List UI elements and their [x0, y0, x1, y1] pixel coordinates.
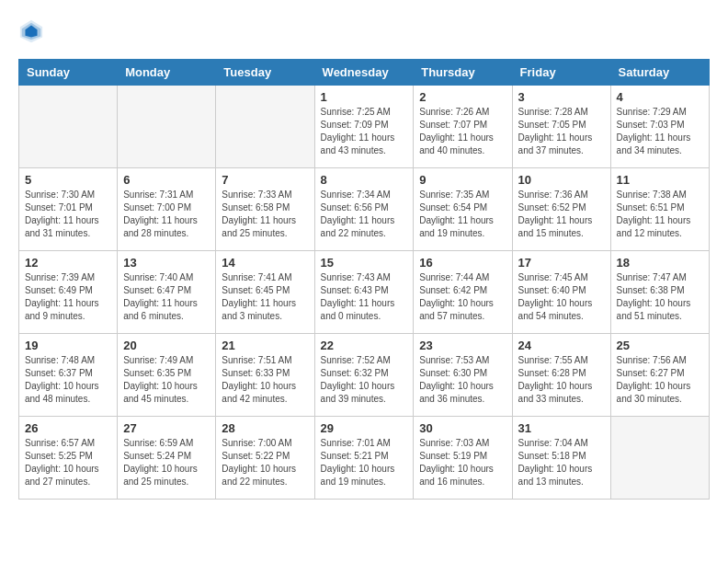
logo-icon	[18, 18, 44, 44]
col-header-tuesday: Tuesday	[216, 60, 314, 86]
calendar-header-row: SundayMondayTuesdayWednesdayThursdayFrid…	[19, 60, 710, 86]
day-number: 4	[617, 90, 703, 104]
day-info: Sunrise: 7:52 AM Sunset: 6:32 PM Dayligh…	[321, 354, 408, 406]
day-number: 27	[123, 421, 210, 435]
day-info: Sunrise: 6:59 AM Sunset: 5:24 PM Dayligh…	[123, 437, 210, 488]
calendar-cell	[118, 86, 216, 168]
week-row-2: 5Sunrise: 7:30 AM Sunset: 7:01 PM Daylig…	[19, 168, 710, 251]
col-header-monday: Monday	[118, 60, 216, 86]
day-info: Sunrise: 7:04 AM Sunset: 5:18 PM Dayligh…	[518, 437, 605, 488]
day-info: Sunrise: 7:40 AM Sunset: 6:47 PM Dayligh…	[123, 271, 210, 323]
calendar-cell: 1Sunrise: 7:25 AM Sunset: 7:09 PM Daylig…	[314, 86, 414, 168]
day-info: Sunrise: 7:41 AM Sunset: 6:45 PM Dayligh…	[222, 271, 308, 323]
calendar-cell: 11Sunrise: 7:38 AM Sunset: 6:51 PM Dayli…	[610, 168, 709, 251]
calendar-cell: 4Sunrise: 7:29 AM Sunset: 7:03 PM Daylig…	[610, 86, 709, 168]
calendar-cell: 8Sunrise: 7:34 AM Sunset: 6:56 PM Daylig…	[314, 168, 414, 251]
day-info: Sunrise: 7:55 AM Sunset: 6:28 PM Dayligh…	[518, 354, 605, 406]
logo	[18, 18, 48, 44]
calendar-cell: 7Sunrise: 7:33 AM Sunset: 6:58 PM Daylig…	[216, 168, 314, 251]
calendar-cell: 2Sunrise: 7:26 AM Sunset: 7:07 PM Daylig…	[414, 86, 512, 168]
day-info: Sunrise: 7:03 AM Sunset: 5:19 PM Dayligh…	[419, 437, 506, 488]
day-info: Sunrise: 7:48 AM Sunset: 6:37 PM Dayligh…	[25, 354, 111, 406]
calendar-cell: 23Sunrise: 7:53 AM Sunset: 6:30 PM Dayli…	[414, 334, 512, 417]
day-number: 10	[518, 173, 605, 187]
calendar-cell: 24Sunrise: 7:55 AM Sunset: 6:28 PM Dayli…	[512, 334, 610, 417]
day-info: Sunrise: 7:34 AM Sunset: 6:56 PM Dayligh…	[321, 189, 408, 240]
calendar-cell: 17Sunrise: 7:45 AM Sunset: 6:40 PM Dayli…	[512, 251, 610, 334]
day-number: 19	[25, 339, 111, 352]
day-info: Sunrise: 7:49 AM Sunset: 6:35 PM Dayligh…	[123, 354, 210, 406]
calendar-cell: 3Sunrise: 7:28 AM Sunset: 7:05 PM Daylig…	[512, 86, 610, 168]
week-row-5: 26Sunrise: 6:57 AM Sunset: 5:25 PM Dayli…	[19, 417, 710, 500]
day-number: 12	[25, 256, 111, 270]
day-info: Sunrise: 7:53 AM Sunset: 6:30 PM Dayligh…	[419, 354, 506, 406]
day-info: Sunrise: 7:45 AM Sunset: 6:40 PM Dayligh…	[518, 271, 605, 323]
day-number: 15	[321, 256, 408, 270]
calendar-cell	[610, 417, 709, 500]
day-number: 9	[419, 173, 506, 187]
calendar-cell: 5Sunrise: 7:30 AM Sunset: 7:01 PM Daylig…	[19, 168, 118, 251]
day-number: 13	[123, 256, 210, 270]
calendar-cell: 16Sunrise: 7:44 AM Sunset: 6:42 PM Dayli…	[414, 251, 512, 334]
day-info: Sunrise: 7:47 AM Sunset: 6:38 PM Dayligh…	[617, 271, 703, 323]
day-number: 30	[419, 421, 506, 435]
col-header-thursday: Thursday	[414, 60, 512, 86]
day-info: Sunrise: 7:30 AM Sunset: 7:01 PM Dayligh…	[25, 189, 111, 240]
day-info: Sunrise: 7:39 AM Sunset: 6:49 PM Dayligh…	[25, 271, 111, 323]
calendar-cell: 28Sunrise: 7:00 AM Sunset: 5:22 PM Dayli…	[216, 417, 314, 500]
col-header-saturday: Saturday	[610, 60, 709, 86]
day-number: 16	[419, 256, 506, 270]
day-number: 17	[518, 256, 605, 270]
day-info: Sunrise: 7:01 AM Sunset: 5:21 PM Dayligh…	[321, 437, 408, 488]
day-info: Sunrise: 7:29 AM Sunset: 7:03 PM Dayligh…	[617, 106, 703, 157]
day-number: 18	[617, 256, 703, 270]
day-info: Sunrise: 7:36 AM Sunset: 6:52 PM Dayligh…	[518, 189, 605, 240]
day-number: 14	[222, 256, 308, 270]
day-info: Sunrise: 7:25 AM Sunset: 7:09 PM Dayligh…	[321, 106, 408, 157]
day-number: 20	[123, 339, 210, 352]
calendar-cell: 30Sunrise: 7:03 AM Sunset: 5:19 PM Dayli…	[414, 417, 512, 500]
col-header-wednesday: Wednesday	[314, 60, 414, 86]
day-number: 25	[617, 339, 703, 352]
day-number: 2	[419, 90, 506, 104]
day-number: 26	[25, 421, 111, 435]
day-info: Sunrise: 7:56 AM Sunset: 6:27 PM Dayligh…	[617, 354, 703, 406]
day-number: 29	[321, 421, 408, 435]
calendar-cell: 19Sunrise: 7:48 AM Sunset: 6:37 PM Dayli…	[19, 334, 118, 417]
week-row-4: 19Sunrise: 7:48 AM Sunset: 6:37 PM Dayli…	[19, 334, 710, 417]
calendar-cell: 15Sunrise: 7:43 AM Sunset: 6:43 PM Dayli…	[314, 251, 414, 334]
day-info: Sunrise: 7:31 AM Sunset: 7:00 PM Dayligh…	[123, 189, 210, 240]
day-info: Sunrise: 7:43 AM Sunset: 6:43 PM Dayligh…	[321, 271, 408, 323]
calendar-cell: 22Sunrise: 7:52 AM Sunset: 6:32 PM Dayli…	[314, 334, 414, 417]
day-info: Sunrise: 7:38 AM Sunset: 6:51 PM Dayligh…	[617, 189, 703, 240]
calendar-cell: 26Sunrise: 6:57 AM Sunset: 5:25 PM Dayli…	[19, 417, 118, 500]
calendar-cell: 6Sunrise: 7:31 AM Sunset: 7:00 PM Daylig…	[118, 168, 216, 251]
day-number: 28	[222, 421, 308, 435]
day-info: Sunrise: 7:33 AM Sunset: 6:58 PM Dayligh…	[222, 189, 308, 240]
page-header	[18, 18, 710, 44]
calendar-cell: 13Sunrise: 7:40 AM Sunset: 6:47 PM Dayli…	[118, 251, 216, 334]
calendar-cell: 9Sunrise: 7:35 AM Sunset: 6:54 PM Daylig…	[414, 168, 512, 251]
day-number: 7	[222, 173, 308, 187]
day-info: Sunrise: 7:35 AM Sunset: 6:54 PM Dayligh…	[419, 189, 506, 240]
day-number: 24	[518, 339, 605, 352]
calendar-table: SundayMondayTuesdayWednesdayThursdayFrid…	[18, 59, 710, 500]
day-info: Sunrise: 7:28 AM Sunset: 7:05 PM Dayligh…	[518, 106, 605, 157]
day-number: 5	[25, 173, 111, 187]
week-row-1: 1Sunrise: 7:25 AM Sunset: 7:09 PM Daylig…	[19, 86, 710, 168]
calendar-cell: 29Sunrise: 7:01 AM Sunset: 5:21 PM Dayli…	[314, 417, 414, 500]
day-info: Sunrise: 7:00 AM Sunset: 5:22 PM Dayligh…	[222, 437, 308, 488]
day-info: Sunrise: 7:26 AM Sunset: 7:07 PM Dayligh…	[419, 106, 506, 157]
day-number: 22	[321, 339, 408, 352]
day-number: 23	[419, 339, 506, 352]
calendar-cell: 25Sunrise: 7:56 AM Sunset: 6:27 PM Dayli…	[610, 334, 709, 417]
day-number: 31	[518, 421, 605, 435]
day-info: Sunrise: 6:57 AM Sunset: 5:25 PM Dayligh…	[25, 437, 111, 488]
day-number: 6	[123, 173, 210, 187]
calendar-cell: 14Sunrise: 7:41 AM Sunset: 6:45 PM Dayli…	[216, 251, 314, 334]
week-row-3: 12Sunrise: 7:39 AM Sunset: 6:49 PM Dayli…	[19, 251, 710, 334]
calendar-cell: 21Sunrise: 7:51 AM Sunset: 6:33 PM Dayli…	[216, 334, 314, 417]
col-header-sunday: Sunday	[19, 60, 118, 86]
day-number: 21	[222, 339, 308, 352]
day-number: 3	[518, 90, 605, 104]
